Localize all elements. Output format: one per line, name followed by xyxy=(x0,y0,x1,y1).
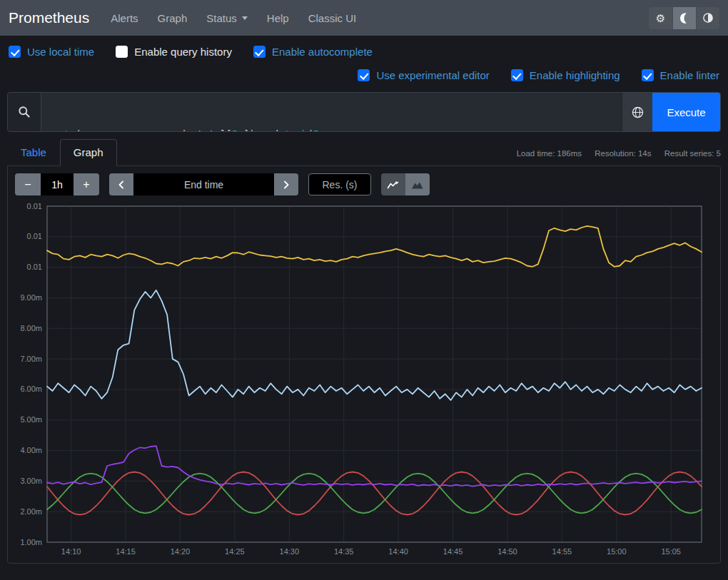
y-axis-tick-label: 3.00m xyxy=(20,477,42,485)
query-token: rate xyxy=(52,128,76,132)
checkbox-checked-icon[interactable] xyxy=(253,46,266,58)
results-row: Table Graph Load time: 186ms Resolution:… xyxy=(7,139,721,166)
x-axis-tick-label: 14:55 xyxy=(552,547,572,556)
query-stats: Load time: 186ms Resolution: 14s Result … xyxy=(517,149,721,166)
chart-type-group xyxy=(381,173,430,195)
stacked-chart-button[interactable] xyxy=(405,173,430,195)
chevron-down-icon xyxy=(242,16,248,20)
x-axis-tick-label: 14:40 xyxy=(388,547,408,556)
x-axis-tick-label: 14:25 xyxy=(225,547,245,556)
range-input[interactable] xyxy=(41,173,74,195)
enable-linter-checkbox[interactable]: Enable linter xyxy=(642,69,719,81)
checkbox-checked-icon[interactable] xyxy=(642,69,654,81)
y-axis-tick-label: 7.00m xyxy=(20,355,42,363)
y-axis-tick-label: 9.00m xyxy=(20,293,42,302)
y-axis-tick-label: 2.00m xyxy=(20,507,42,516)
y-axis-tick-label: 4.00m xyxy=(20,446,42,454)
x-axis-tick-label: 14:45 xyxy=(443,547,463,556)
end-time-control-group xyxy=(109,173,298,195)
query-token: ( xyxy=(308,128,313,132)
nav-status-label: Status xyxy=(206,12,237,24)
enable-query-history-label: Enable query history xyxy=(134,46,232,58)
x-axis-tick-label: 14:35 xyxy=(334,547,354,556)
theme-auto-button[interactable] xyxy=(696,7,719,29)
query-search-box xyxy=(8,93,41,131)
nav-alerts[interactable]: Alerts xyxy=(111,12,138,24)
x-axis-tick-label: 14:15 xyxy=(116,547,136,556)
query-token: , xyxy=(319,128,325,132)
x-axis-tick-label: 14:20 xyxy=(171,547,191,556)
green-series[interactable] xyxy=(47,474,702,514)
use-experimental-editor-label: Use experimental editor xyxy=(376,69,489,81)
query-token: and xyxy=(256,128,285,132)
enable-query-history-checkbox[interactable]: Enable query history xyxy=(116,46,232,58)
query-token: ]) xyxy=(243,128,255,132)
query-token: process_cpu_seconds_total xyxy=(81,128,226,132)
app-title[interactable]: Prometheus xyxy=(9,9,89,26)
use-local-time-checkbox[interactable]: Use local time xyxy=(9,46,94,58)
metrics-explorer-button[interactable] xyxy=(622,93,652,131)
enable-linter-label: Enable linter xyxy=(660,69,719,81)
y-axis-tick-label: 0.01 xyxy=(27,263,42,271)
circle-half-icon xyxy=(702,11,714,24)
x-axis-tick-label: 15:00 xyxy=(607,547,627,556)
query-token: topk xyxy=(284,128,308,132)
nav-classic-ui[interactable]: Classic UI xyxy=(308,12,357,24)
red-series[interactable] xyxy=(47,472,702,515)
range-control-group: − + xyxy=(15,173,99,195)
enable-autocomplete-checkbox[interactable]: Enable autocomplete xyxy=(253,46,373,58)
enable-highlighting-label: Enable highlighting xyxy=(530,69,620,81)
globe-icon xyxy=(631,106,644,119)
nav-links: Alerts Graph Status Help Classic UI xyxy=(111,12,649,24)
moon-icon xyxy=(678,11,692,25)
nav-help[interactable]: Help xyxy=(267,12,289,24)
panel-tabs: Table Graph xyxy=(7,139,117,166)
end-time-input[interactable] xyxy=(133,173,274,195)
search-icon xyxy=(18,106,31,118)
query-line-1: rate(process_cpu_seconds_total[5m]) and … xyxy=(52,127,622,132)
x-axis-tick-label: 14:10 xyxy=(61,547,81,556)
y-axis-tick-label: 6.00m xyxy=(20,385,42,393)
query-expression-input[interactable]: rate(process_cpu_seconds_total[5m]) and … xyxy=(41,93,622,131)
gear-icon: ⚙ xyxy=(656,13,665,24)
enable-autocomplete-label: Enable autocomplete xyxy=(272,46,373,58)
tab-graph[interactable]: Graph xyxy=(60,139,117,166)
graph-canvas[interactable]: 14:1014:1514:2014:2514:3014:3514:4014:45… xyxy=(8,203,720,563)
time-forward-button[interactable] xyxy=(274,173,298,195)
light-blue-series[interactable] xyxy=(47,290,702,400)
yellow-series[interactable] xyxy=(47,226,702,267)
resolution-input[interactable] xyxy=(308,173,371,195)
checkbox-checked-icon[interactable] xyxy=(511,69,523,81)
y-axis-tick-label: 1.00m xyxy=(20,538,42,546)
use-experimental-editor-checkbox[interactable]: Use experimental editor xyxy=(358,69,489,81)
plot-border xyxy=(47,206,702,542)
execute-button[interactable]: Execute xyxy=(652,93,720,131)
range-decrease-button[interactable]: − xyxy=(15,173,41,195)
checkbox-checked-icon[interactable] xyxy=(358,69,370,81)
theme-dark-button[interactable] xyxy=(672,7,696,29)
enable-highlighting-checkbox[interactable]: Enable highlighting xyxy=(511,69,620,81)
nav-graph[interactable]: Graph xyxy=(158,12,188,24)
checkbox-checked-icon[interactable] xyxy=(9,46,21,58)
query-token: 5m xyxy=(232,128,243,132)
y-axis-tick-label: 8.00m xyxy=(20,324,42,332)
settings-row-2: Use experimental editor Enable highlight… xyxy=(0,69,728,81)
purple-series[interactable] xyxy=(47,446,702,487)
query-token: 5 xyxy=(313,128,319,132)
theme-light-button[interactable]: ⚙ xyxy=(649,7,672,29)
use-local-time-label: Use local time xyxy=(27,46,94,58)
time-back-button[interactable] xyxy=(109,173,133,195)
range-increase-button[interactable]: + xyxy=(74,173,99,195)
x-axis-tick-label: 15:05 xyxy=(661,547,681,556)
line-chart-button[interactable] xyxy=(381,173,405,195)
load-time-stat: Load time: 186ms xyxy=(517,149,582,158)
result-series-stat: Result series: 5 xyxy=(664,149,721,158)
checkbox-unchecked-icon[interactable] xyxy=(116,46,128,58)
y-axis-tick-label: 0.01 xyxy=(27,232,42,240)
line-chart-icon xyxy=(387,180,400,190)
area-chart-icon xyxy=(411,180,424,190)
y-axis-tick-label: 0.01 xyxy=(27,203,42,210)
tab-table[interactable]: Table xyxy=(7,139,60,166)
nav-status-dropdown[interactable]: Status xyxy=(206,12,248,24)
x-axis-tick-label: 14:50 xyxy=(497,547,517,556)
